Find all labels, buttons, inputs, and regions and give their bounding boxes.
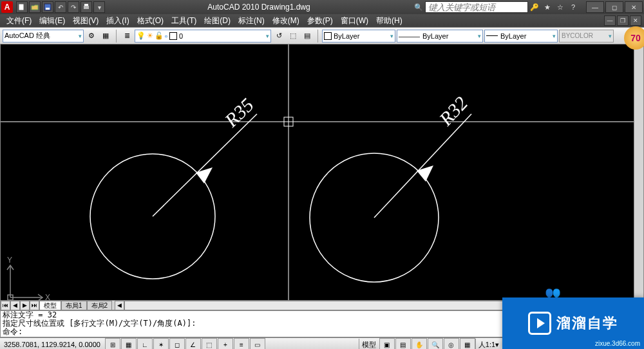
status-otrack-icon[interactable]: ∠ xyxy=(185,338,201,349)
watermark-overlay: 溜溜自学 zixue.3d66.com xyxy=(502,297,644,349)
status-showmotion-icon[interactable]: ▦ xyxy=(460,338,475,349)
status-ortho-icon[interactable]: ∟ xyxy=(137,338,153,349)
drawing-area[interactable]: R35 R32 X Y 👥 70 ⏮ ◀ ▶ ⏭ 模型 布局1 布局2 ◀ ▶ xyxy=(0,44,644,310)
separator xyxy=(116,30,117,42)
plotstyle-combo: BYCOLOR ▾ xyxy=(559,30,614,42)
qat-new-icon[interactable] xyxy=(16,1,28,13)
menu-window[interactable]: 窗口(W) xyxy=(337,14,372,28)
status-ducs-icon[interactable]: ⬚ xyxy=(202,338,217,349)
svg-rect-2 xyxy=(46,8,50,10)
close-button[interactable]: ✕ xyxy=(625,1,643,13)
menu-draw[interactable]: 绘图(D) xyxy=(200,14,234,28)
menu-bar: 文件(F) 编辑(E) 视图(V) 插入(I) 格式(O) 工具(T) 绘图(D… xyxy=(0,14,644,27)
svg-line-12 xyxy=(374,114,471,218)
status-snap-icon[interactable]: ⊞ xyxy=(105,338,120,349)
subscription-icon[interactable]: 🔑 xyxy=(529,2,540,12)
layer-color-swatch xyxy=(169,32,177,40)
doc-close-button[interactable]: ✕ xyxy=(630,15,641,26)
status-dyn-icon[interactable]: + xyxy=(218,338,233,349)
svg-line-9 xyxy=(153,114,257,216)
status-grid-icon[interactable]: ▦ xyxy=(121,338,137,349)
layer-combo[interactable]: 💡☀🔓▫ 0 ▾ xyxy=(135,30,271,42)
tab-scroll-last-icon[interactable]: ⏭ xyxy=(30,301,39,310)
status-polar-icon[interactable]: ✶ xyxy=(153,338,169,349)
svg-marker-10 xyxy=(196,167,213,184)
dim-right-text: R32 xyxy=(435,92,472,130)
layer-manager-icon[interactable]: ≣ xyxy=(120,30,133,42)
status-annoscale[interactable]: 人 1:1 ▾ xyxy=(475,339,502,349)
layer-prev-icon[interactable]: ↺ xyxy=(272,30,285,42)
status-osnap-icon[interactable]: ◻ xyxy=(169,338,185,349)
menu-edit[interactable]: 编辑(E) xyxy=(35,14,69,28)
status-modelspace[interactable]: 模型 xyxy=(359,339,379,349)
layer-state-icon[interactable]: ▤ xyxy=(301,30,314,42)
status-steering-icon[interactable]: ◎ xyxy=(444,338,459,349)
hscroll-left-icon[interactable]: ◀ xyxy=(115,301,124,310)
svg-rect-4 xyxy=(84,4,88,6)
status-coords[interactable]: 3258.7081, 1129.9214, 0.0000 xyxy=(0,341,104,348)
svg-rect-0 xyxy=(19,4,24,10)
window-controls: — ◻ ✕ xyxy=(585,1,643,13)
ws-settings-icon[interactable]: ⚙ xyxy=(85,30,98,42)
tab-scroll-next-icon[interactable]: ▶ xyxy=(20,301,30,310)
status-zoom-icon[interactable]: 🔍 xyxy=(428,338,443,349)
status-qp-icon[interactable]: ▭ xyxy=(250,338,265,349)
qat-dropdown-icon[interactable]: ▾ xyxy=(93,1,105,13)
workspace-combo[interactable]: AutoCAD 经典▾ xyxy=(3,30,84,42)
ribbon-toolbar: AutoCAD 经典▾ ⚙ ▦ ≣ 💡☀🔓▫ 0 ▾ ↺ ⬚ ▤ ByLayer… xyxy=(0,27,644,44)
status-lwt-icon[interactable]: ≡ xyxy=(234,338,249,349)
tab-layout2[interactable]: 布局2 xyxy=(87,301,113,310)
scrollbar-vertical[interactable] xyxy=(634,44,643,310)
title-bar: A ↶ ↷ ▾ AutoCAD 2010 Drawing1.dwg 🔍 🔑 ★ … xyxy=(0,0,644,14)
qat-save-icon[interactable] xyxy=(42,1,53,13)
comm-icon[interactable]: ★ xyxy=(542,2,553,12)
separator xyxy=(317,30,318,42)
svg-text:Y: Y xyxy=(7,256,12,265)
qat-undo-icon[interactable]: ↶ xyxy=(55,1,66,13)
menu-dim[interactable]: 标注(N) xyxy=(234,14,269,28)
color-combo[interactable]: ByLayer ▾ xyxy=(322,30,395,42)
tab-model[interactable]: 模型 xyxy=(39,301,61,310)
minimize-button[interactable]: — xyxy=(586,1,604,13)
svg-marker-13 xyxy=(417,165,433,182)
color-value: ByLayer xyxy=(334,32,359,40)
status-pan-icon[interactable]: ✋ xyxy=(412,338,427,349)
tab-layout1[interactable]: 布局1 xyxy=(61,301,87,310)
menu-insert[interactable]: 插入(I) xyxy=(102,14,133,28)
app-logo[interactable]: A xyxy=(1,1,13,13)
watermark-brand: 溜溜自学 xyxy=(556,314,618,333)
menu-help[interactable]: 帮助(H) xyxy=(372,14,406,28)
lineweight-value: ByLayer xyxy=(500,32,526,40)
favorite-icon[interactable]: ☆ xyxy=(555,2,565,12)
tab-scroll-prev-icon[interactable]: ◀ xyxy=(10,301,20,310)
qat-redo-icon[interactable]: ↷ xyxy=(68,1,79,13)
doc-restore-button[interactable]: ❐ xyxy=(617,15,629,26)
layer-name: 0 xyxy=(179,32,266,40)
plotstyle-value: BYCOLOR xyxy=(562,32,593,39)
doc-window-controls: — ❐ ✕ xyxy=(603,15,641,26)
layer-iso-icon[interactable]: ⬚ xyxy=(287,30,299,42)
menu-file[interactable]: 文件(F) xyxy=(3,14,35,28)
menu-format[interactable]: 格式(O) xyxy=(133,14,167,28)
menu-modify[interactable]: 修改(M) xyxy=(269,14,303,28)
linetype-value: ByLayer xyxy=(422,32,448,40)
linetype-combo[interactable]: ——— ByLayer ▾ xyxy=(397,30,483,42)
watermark-badge: 70 xyxy=(624,26,644,50)
lineweight-combo[interactable]: ByLayer ▾ xyxy=(484,30,558,42)
workspace-label: AutoCAD 经典 xyxy=(5,31,79,41)
doc-minimize-button[interactable]: — xyxy=(604,15,616,26)
qat-open-icon[interactable] xyxy=(29,1,41,13)
search-input[interactable] xyxy=(425,1,528,13)
tab-scroll-first-icon[interactable]: ⏮ xyxy=(1,301,10,310)
ws-toolpalette-icon[interactable]: ▦ xyxy=(99,30,112,42)
status-qview-icon[interactable]: ▣ xyxy=(379,338,395,349)
maximize-button[interactable]: ◻ xyxy=(605,1,623,13)
status-qvlayout-icon[interactable]: ▤ xyxy=(395,338,411,349)
menu-view[interactable]: 视图(V) xyxy=(69,14,102,28)
menu-param[interactable]: 参数(P) xyxy=(303,14,337,28)
infocenter-icon[interactable]: 🔍 xyxy=(413,2,424,12)
help-icon[interactable]: ? xyxy=(568,2,578,12)
qat-print-icon[interactable] xyxy=(80,1,92,13)
watermark-site: zixue.3d66.com xyxy=(595,340,640,347)
menu-tools[interactable]: 工具(T) xyxy=(167,14,200,28)
